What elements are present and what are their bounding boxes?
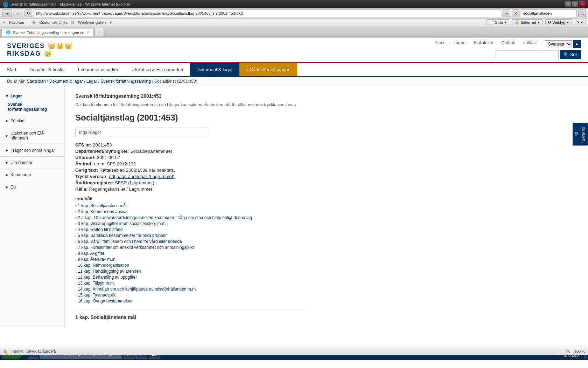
toc-link-15[interactable]: 14 kap. Anmälan om och avhjälpande av mi… (78, 287, 197, 292)
sidebar-forslag-header[interactable]: ► Förslag (0, 116, 64, 125)
toc-item-17: › 16 kap. Övriga bestämmelser (75, 299, 306, 304)
larare-link[interactable]: Lärare (454, 40, 466, 48)
webslice-gallery[interactable]: WebSlice-galleri (77, 20, 107, 25)
toc-item-11: › 10 kap. Nämndorganisation (75, 263, 306, 268)
dropdown-arrow[interactable]: ▼ (109, 21, 112, 24)
sidebar-fragor-header[interactable]: ► Frågor och anmälningar (0, 146, 64, 155)
toc-item-2: › 2 kap. Kommunens ansvar (75, 209, 306, 214)
back-button[interactable]: ◄ (2, 9, 12, 17)
toc-link-12[interactable]: 11 kap. Handläggning av ärenden (78, 269, 141, 274)
sidebar-lagar-arrow: ▼ (5, 94, 9, 98)
logo-text-top: SVERIGES (7, 42, 45, 50)
maximize-button[interactable]: □ (572, 1, 578, 7)
breadcrumb-dokument[interactable]: Dokument & lagar (49, 79, 83, 84)
toc-link-6[interactable]: 5 kap. Särskilda bestämmelser för olika … (78, 233, 167, 238)
sidebar-sfs-link[interactable]: Svensk författningssamling (8, 102, 47, 112)
customize-links[interactable]: Customize Links (38, 20, 69, 25)
search-icon: 🔍 (564, 52, 569, 57)
print-button-side[interactable]: 🖨 Skriv till (573, 123, 588, 145)
breadcrumb-lagar[interactable]: Lagar (86, 79, 97, 84)
toc-arrow-4: › (75, 222, 76, 226)
info-row-andrad: Ändrad: t.o.m. SFS 2012:132 (75, 161, 306, 166)
toc-arrow-13: › (75, 275, 76, 279)
toc-link-2[interactable]: 2 kap. Kommunens ansvar (78, 209, 128, 214)
toc-arrow-12: › (75, 270, 76, 273)
logo-text-bottom: RIKSDAG (7, 50, 41, 57)
nav-start[interactable]: Start (0, 63, 23, 76)
breadcrumb-sfs[interactable]: Svensk författningssamling (101, 79, 151, 84)
toc-link-7[interactable]: 6 kap. Vård i familjehem och i hem för v… (78, 239, 182, 244)
sfsr-link[interactable]: SFSR (Lagrummet) (115, 180, 154, 185)
sidebar-utredningar-header[interactable]: ► Utredningar (0, 158, 64, 167)
toc-arrow-9: › (75, 252, 76, 255)
toc-arrow-3: › (75, 216, 76, 220)
site-search-input[interactable] (496, 50, 559, 59)
header-right: Press · Lärare · Biblioteket · Ordbok · … (434, 40, 581, 59)
sidebar-lagar-header[interactable]: ▼ Lagar (0, 91, 64, 101)
toc-link-13[interactable]: 12 kap. Behandling av uppgifter (78, 275, 137, 280)
toc-link-5[interactable]: 4 kap. Rätten till bistånd (78, 227, 122, 232)
refresh-button[interactable]: ↻ (24, 9, 32, 17)
toc-link-9[interactable]: 8 kap. Avgifter (78, 251, 104, 256)
tab-close-icon[interactable]: ✕ (86, 30, 89, 34)
toc-link-14[interactable]: 13 kap. Tillsyn m.m. (78, 281, 115, 286)
logo-area: SVERIGES 👑 👑 👑 RIKSDAG 👑 (7, 42, 72, 57)
browser-search-button[interactable]: 🔍 (578, 9, 586, 17)
breadcrumb-current: Socialtjänst (2001:453) (154, 79, 197, 84)
toc-link-4[interactable]: 3 kap. Vissa uppgifter inom socialtjänst… (78, 221, 167, 226)
info-icon: ℹ (246, 67, 248, 72)
address-bar[interactable] (34, 9, 501, 17)
toc-item-14: › 13 kap. Tillsyn m.m. (75, 281, 306, 286)
toc-section: Innehåll › 1 kap. Socialtjänstens mål › … (75, 196, 306, 320)
nav-debatter[interactable]: Debatter & beslut (23, 63, 71, 76)
browser-search-input[interactable] (521, 9, 577, 17)
toolbar-bar: ★ Favoriter | ◉ Customize Links ◎ WebSli… (0, 19, 588, 26)
toc-link-3[interactable]: 2 a kap. Om ansvarsfördelningen mellan k… (78, 215, 252, 220)
forward-button[interactable]: ► (13, 9, 23, 17)
tryckt-link[interactable]: pdf, utan ändringar (Lagrummet) (109, 174, 175, 179)
crown-icon-3: 👑 (64, 42, 72, 50)
toc-link-16[interactable]: 15 kap. Tystnadsplik (78, 293, 116, 298)
close-button[interactable]: ✕ (579, 1, 585, 7)
toc-link-11[interactable]: 10 kap. Nämndorganisation (78, 263, 129, 268)
sidebar-section-fragor: ► Frågor och anmälningar (0, 146, 64, 155)
toc-link-1[interactable]: 1 kap. Socialtjänstens mål (78, 203, 126, 208)
toc-item-3: › 2 a kap. Om ansvarsfördelningen mellan… (75, 215, 306, 220)
toc-arrow-1: › (75, 204, 76, 208)
sidebar-fragor-arrow: ► (5, 148, 9, 153)
help-button[interactable]: ? ▼ (575, 20, 586, 25)
nav-dokument[interactable]: Dokument & lagar (190, 63, 239, 76)
favorites-button[interactable]: Favoriter (8, 20, 26, 25)
tools-button[interactable]: ⚙ Verktyg ▼ (545, 19, 572, 25)
page-button[interactable]: 📄 Sida ▼ (486, 19, 509, 25)
nav-utskotten[interactable]: Utskotten & EU-nämnden (125, 63, 190, 76)
new-tab-button[interactable]: + (94, 28, 104, 36)
nav-ledamoter[interactable]: Ledamöter & partier (71, 63, 125, 76)
toc-link-8[interactable]: 7 kap. Föreskrifter om enskild verksamhe… (78, 245, 194, 250)
tab-riksdagen[interactable]: 🌐 Svensk författningssamling - riksdagen… (1, 29, 94, 36)
stop-button[interactable]: ✕ (512, 9, 519, 17)
sidebar-kammaren-header[interactable]: ► Kammaren (0, 170, 64, 179)
lattlast-link[interactable]: Lättläst (523, 40, 537, 48)
site-search-button[interactable]: 🔍 Sök (560, 50, 581, 59)
toc-link-10[interactable]: 9 kap. Återkrav m.m. (78, 257, 117, 262)
lang-dropdown[interactable]: Svenska (545, 40, 572, 48)
breadcrumb-startsidan[interactable]: Startsidan (27, 79, 46, 84)
top-links: Press · Lärare · Biblioteket · Ordbok · … (434, 40, 581, 48)
go-button[interactable]: → (503, 9, 510, 17)
sidebar-eu-header[interactable]: ► EU (0, 183, 64, 192)
sidebar-utskotten-header[interactable]: ► Utskotten och EU-nämnden (0, 129, 64, 143)
sidebar-sfs: Svensk författningssamling (0, 101, 64, 113)
safety-button[interactable]: 🔒 Säkerhet ▼ (512, 19, 542, 25)
toc-item-12: › 11 kap. Handläggning av ärenden (75, 269, 306, 274)
nav-funkar[interactable]: ℹ Så funkar riksdagen (239, 63, 297, 76)
print-icon: 🖨 (575, 132, 580, 136)
ordbok-link[interactable]: Ordbok (501, 40, 515, 48)
press-link[interactable]: Press (434, 40, 445, 48)
biblioteket-link[interactable]: Biblioteket (474, 40, 493, 48)
lang-go-button[interactable]: ► (573, 40, 581, 48)
toc-link-17[interactable]: 16 kap. Övriga bestämmelser (78, 299, 133, 304)
toc-arrow-7: › (75, 240, 76, 244)
minimize-button[interactable]: ─ (565, 1, 571, 7)
toc-item-9: › 8 kap. Avgifter (75, 251, 306, 256)
